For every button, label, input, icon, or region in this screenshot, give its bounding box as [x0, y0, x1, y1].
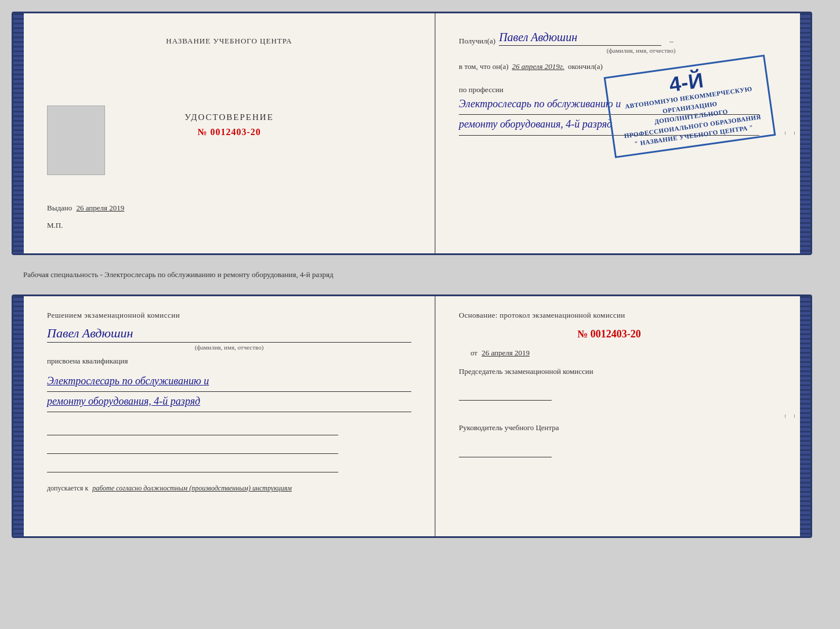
- chairman-title: Председатель экзаменационной комиссии: [459, 366, 759, 378]
- dash-1: –: [669, 37, 674, 46]
- completed-date: 26 апреля 2019г.: [512, 62, 564, 71]
- issued-line: Выдано 26 апреля 2019: [47, 203, 124, 213]
- basis-date-block: от 26 апреля 2019: [470, 348, 759, 358]
- strip-mark-2: –: [792, 132, 799, 135]
- right-strip-top: – – – и а ← – – – – –: [783, 13, 800, 253]
- recipient-name: Павел Авдюшин: [499, 31, 661, 46]
- sig-line-1: [47, 421, 338, 435]
- bottom-right-wrapper: Основание: протокол экзаменационной коми…: [436, 296, 800, 536]
- right-spine: [800, 13, 810, 253]
- sig-line-2: [47, 440, 338, 454]
- qual-text-1: Электрослесарь по обслуживанию и: [47, 372, 411, 392]
- chairman-block: Председатель экзаменационной комиссии: [459, 366, 759, 405]
- bottom-right-panel: Основание: протокол экзаменационной коми…: [436, 296, 783, 536]
- bottom-left-spine: [13, 296, 24, 536]
- right-strip-bottom: – – – и а ← – – – – –: [783, 296, 800, 536]
- bottom-left-panel: Решением экзаменационной комиссии Павел …: [24, 296, 436, 536]
- fio-hint-top: (фамилия, имя, отчество): [523, 47, 759, 54]
- left-spine: [13, 13, 24, 253]
- basis-number: № 0012403-20: [459, 328, 759, 340]
- issued-date: 26 апреля 2019: [77, 203, 125, 212]
- photo-placeholder: [47, 106, 105, 175]
- bottom-right-spine: [800, 296, 810, 536]
- mp-label: М.П.: [47, 221, 63, 230]
- in-that-label: в том, что он(а): [459, 62, 509, 71]
- top-right-panel: Получил(а) Павел Авдюшин – (фамилия, имя…: [436, 13, 783, 253]
- bstrip-4: и: [810, 415, 812, 418]
- issued-label: Выдано: [47, 203, 72, 212]
- qual-text-2: ремонту оборудования, 4-й разряд: [47, 392, 411, 412]
- sig-line-3: [47, 459, 338, 472]
- fio-hint-bottom: (фамилия, имя, отчество): [47, 344, 411, 351]
- recipient-line: Получил(а) Павел Авдюшин –: [459, 31, 759, 46]
- bstrip-1: –: [783, 415, 790, 418]
- assigned-label: присвоена квалификация: [47, 357, 411, 366]
- bstrip-2: –: [792, 415, 799, 418]
- top-left-panel: НАЗВАНИЕ УЧЕБНОГО ЦЕНТРА УДОСТОВЕРЕНИЕ №…: [24, 13, 436, 253]
- allowed-label: допускается к: [47, 484, 88, 492]
- left-bottom: Выдано 26 апреля 2019 М.П.: [47, 203, 411, 230]
- received-label: Получил(а): [459, 37, 495, 46]
- allowed-text: работе согласно должностным (производств…: [92, 484, 292, 492]
- cert-center: УДОСТОВЕРЕНИЕ № 0012403-20: [184, 46, 274, 203]
- middle-text: Рабочая специальность - Электрослесарь п…: [12, 264, 828, 285]
- strip-mark-1: –: [783, 132, 790, 135]
- bottom-document: Решением экзаменационной комиссии Павел …: [12, 294, 812, 538]
- cert-label: УДОСТОВЕРЕНИЕ: [184, 112, 274, 122]
- basis-date: 26 апреля 2019: [481, 348, 530, 357]
- cert-number: № 0012403-20: [197, 127, 260, 137]
- top-right-wrapper: Получил(а) Павел Авдюшин – (фамилия, имя…: [436, 13, 800, 253]
- director-title: Руководитель учебного Центра: [459, 422, 759, 434]
- completed-label: окончил(а): [568, 62, 603, 71]
- basis-date-prefix: от: [470, 348, 477, 357]
- commission-title: Решением экзаменационной комиссии: [47, 311, 411, 320]
- person-name-block: Павел Авдюшин (фамилия, имя, отчество): [47, 326, 411, 351]
- allowed-block: допускается к работе согласно должностны…: [47, 484, 411, 493]
- top-document: НАЗВАНИЕ УЧЕБНОГО ЦЕНТРА УДОСТОВЕРЕНИЕ №…: [12, 12, 812, 255]
- director-signature: [459, 443, 552, 457]
- qual-block: Электрослесарь по обслуживанию и ремонту…: [47, 372, 411, 413]
- top-left-title: НАЗВАНИЕ УЧЕБНОГО ЦЕНТРА: [166, 37, 292, 46]
- director-block: Руководитель учебного Центра: [459, 422, 759, 461]
- recipient-block: Получил(а) Павел Авдюшин – (фамилия, имя…: [459, 25, 759, 54]
- basis-label: Основание: протокол экзаменационной коми…: [459, 311, 759, 320]
- sig-lines: [47, 421, 411, 472]
- page-wrapper: НАЗВАНИЕ УЧЕБНОГО ЦЕНТРА УДОСТОВЕРЕНИЕ №…: [12, 12, 828, 538]
- strip-mark-4: и: [810, 132, 812, 135]
- person-name: Павел Авдюшин: [47, 326, 411, 343]
- chairman-signature: [459, 387, 552, 401]
